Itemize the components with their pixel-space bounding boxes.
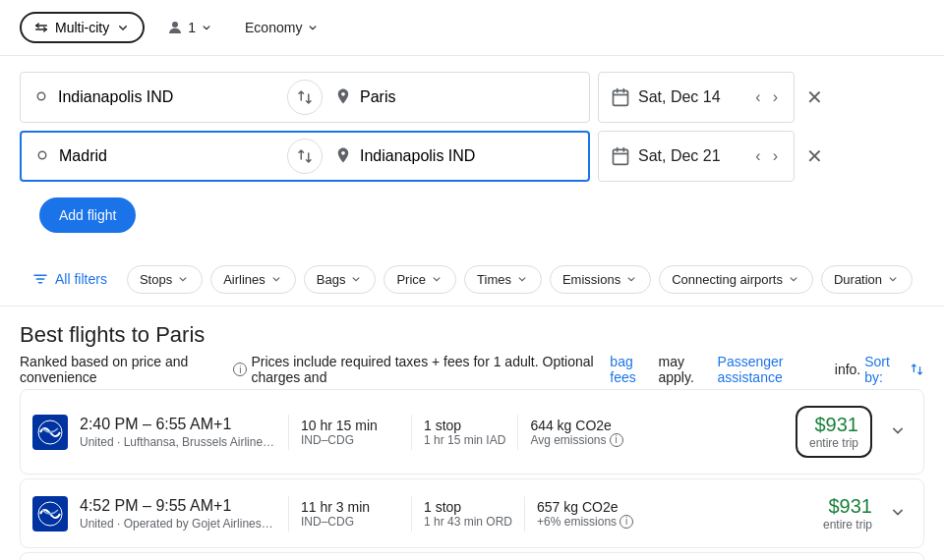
flight-times-0: 2:40 PM – 6:55 AM+1 United · Lufthansa, … <box>80 416 276 449</box>
filter-emissions-label: Emissions <box>562 272 620 287</box>
filter-bags[interactable]: Bags <box>304 265 377 294</box>
filter-connecting-airports-label: Connecting airports <box>672 272 783 287</box>
divider-stops-1 <box>411 496 412 532</box>
search-row-2: Sat, Dec 21 ‹ › ✕ <box>20 131 924 182</box>
flight-stops-0: 1 stop 1 hr 15 min IAD <box>424 418 505 447</box>
svg-point-1 <box>37 92 45 100</box>
results-subtitle-prices: Prices include required taxes + fees for… <box>251 354 606 385</box>
date-prev-1[interactable]: ‹ <box>751 84 764 110</box>
route-box-2 <box>20 131 590 182</box>
filter-stops[interactable]: Stops <box>127 265 203 294</box>
filter-icon <box>31 270 49 288</box>
flight-card-1[interactable]: 4:52 PM – 9:55 AM+1 United · Operated by… <box>20 478 924 548</box>
emissions-info-0[interactable]: i <box>610 433 623 447</box>
flight-card-2[interactable]: 3:10 PM – 10:25 AM+1 Air Canada · United… <box>20 552 924 560</box>
dest-field-1 <box>323 73 589 122</box>
dest-input-2[interactable] <box>360 147 576 165</box>
multi-city-icon <box>33 20 49 35</box>
date-next-2[interactable]: › <box>769 143 782 169</box>
emissions-label-1: +6% emissions <box>537 515 617 529</box>
chevron-down-expand-1 <box>888 502 908 522</box>
flight-price-main-1: $931 <box>823 495 872 518</box>
search-row-1: Sat, Dec 14 ‹ › ✕ <box>20 72 924 123</box>
flight-duration-0: 10 hr 15 min IND–CDG <box>301 418 399 447</box>
svg-point-6 <box>38 151 46 159</box>
expand-button-0[interactable] <box>884 417 912 447</box>
chevron-bags-icon <box>349 272 363 286</box>
results-title: Best flights to Paris <box>20 322 924 348</box>
origin-field-1 <box>21 73 287 122</box>
all-filters-button[interactable]: All filters <box>20 264 119 294</box>
flight-times-1: 4:52 PM – 9:55 AM+1 United · Operated by… <box>80 497 276 531</box>
airline-logo-0 <box>32 415 68 450</box>
swap-button-2[interactable] <box>287 139 323 174</box>
filter-duration-label: Duration <box>834 272 882 287</box>
chevron-times-icon <box>515 272 529 286</box>
flight-card-0[interactable]: 2:40 PM – 6:55 AM+1 United · Lufthansa, … <box>20 389 924 475</box>
date-next-1[interactable]: › <box>769 84 782 110</box>
remove-row-2[interactable]: ✕ <box>802 140 827 172</box>
emissions-label-0: Avg emissions <box>530 433 606 447</box>
flight-duration-main-1: 11 hr 3 min <box>301 499 399 515</box>
bag-fees-link[interactable]: bag fees <box>610 354 654 385</box>
flight-stops-main-0: 1 stop <box>424 418 505 433</box>
flight-times-main-0: 2:40 PM – 6:55 AM+1 <box>80 416 276 433</box>
passengers-button[interactable]: 1 <box>156 13 223 42</box>
flight-emissions-1: 657 kg CO2e +6% emissions i <box>537 499 645 529</box>
calendar-icon-2 <box>611 146 630 166</box>
circle-icon-1 <box>32 87 50 108</box>
class-label: Economy <box>245 20 302 35</box>
filter-emissions[interactable]: Emissions <box>550 265 651 294</box>
airline-logo-1 <box>32 496 68 532</box>
swap-button-1[interactable] <box>287 80 323 115</box>
flight-duration-main-0: 10 hr 15 min <box>301 418 399 433</box>
origin-input-1[interactable] <box>58 88 275 106</box>
filter-price[interactable]: Price <box>384 265 456 294</box>
top-bar: Multi-city 1 Economy <box>0 0 944 56</box>
date-box-1[interactable]: Sat, Dec 14 ‹ › <box>598 72 795 123</box>
dest-input-1[interactable] <box>360 88 577 106</box>
info-icon-ranked[interactable]: i <box>233 363 247 376</box>
divider-0 <box>288 415 289 450</box>
chevron-stops-icon <box>176 272 190 286</box>
flight-price-1: $931 entire trip <box>823 495 872 532</box>
expand-button-1[interactable] <box>884 498 912 529</box>
filter-times-label: Times <box>477 272 511 287</box>
emissions-info-1[interactable]: i <box>620 515 633 529</box>
flight-emissions-0: 644 kg CO2e Avg emissions i <box>530 418 638 447</box>
flight-emissions-detail-1: +6% emissions i <box>537 515 645 529</box>
filter-bags-label: Bags <box>317 272 346 287</box>
results-subtitle-mid: may apply. <box>659 354 714 385</box>
filter-times[interactable]: Times <box>464 265 542 294</box>
filter-airlines-label: Airlines <box>223 272 266 287</box>
flight-route-0: IND–CDG <box>301 433 399 447</box>
chevron-down-expand-0 <box>888 420 908 440</box>
filter-connecting-airports[interactable]: Connecting airports <box>659 265 813 294</box>
results-subtitle-row: Ranked based on price and convenience i … <box>20 354 924 385</box>
divider-emissions-0 <box>517 415 518 450</box>
chevron-emissions-icon <box>624 272 638 286</box>
multi-city-button[interactable]: Multi-city <box>20 12 145 43</box>
passenger-link[interactable]: Passenger assistance <box>718 354 831 385</box>
flight-emissions-detail-0: Avg emissions i <box>530 433 638 447</box>
remove-row-1[interactable]: ✕ <box>802 82 827 113</box>
divider-1 <box>288 496 289 532</box>
filter-airlines[interactable]: Airlines <box>210 265 296 294</box>
filter-stops-label: Stops <box>140 272 172 287</box>
divider-emissions-1 <box>524 496 525 532</box>
filter-duration[interactable]: Duration <box>821 265 913 294</box>
class-button[interactable]: Economy <box>235 14 329 41</box>
flight-route-1: IND–CDG <box>301 515 399 529</box>
chevron-down-pax-icon <box>200 21 213 34</box>
flight-stops-detail-0: 1 hr 15 min IAD <box>424 433 505 447</box>
sort-by-label: Sort by: <box>864 354 904 385</box>
flight-emissions-main-0: 644 kg CO2e <box>530 418 638 433</box>
dest-field-2 <box>323 133 588 180</box>
flight-airline-0: United · Lufthansa, Brussels Airlines · … <box>80 435 276 449</box>
origin-input-2[interactable] <box>59 147 275 165</box>
sort-by[interactable]: Sort by: <box>864 354 924 385</box>
date-box-2[interactable]: Sat, Dec 21 ‹ › <box>598 131 795 182</box>
add-flight-button[interactable]: Add flight <box>39 197 136 233</box>
chevron-duration-icon <box>886 272 900 286</box>
date-prev-2[interactable]: ‹ <box>751 143 764 169</box>
